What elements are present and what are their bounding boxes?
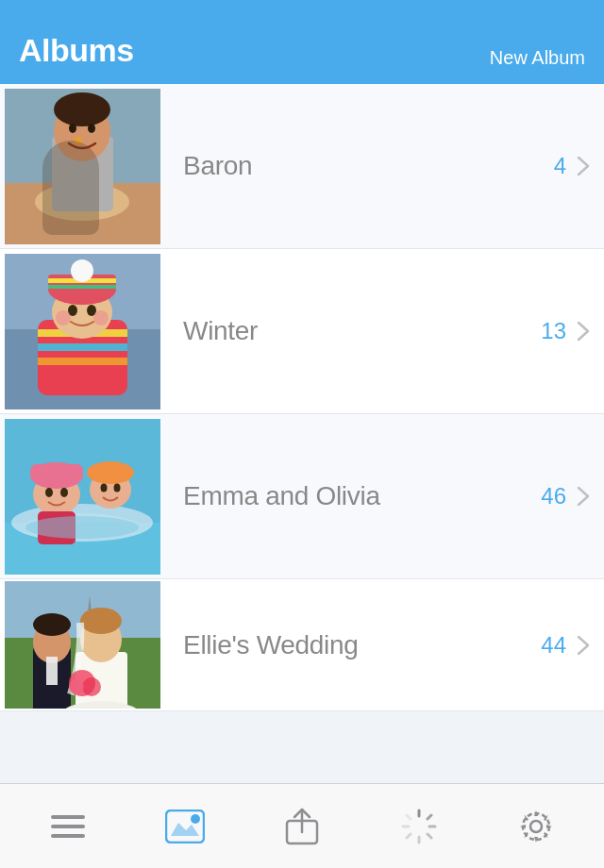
album-count-baron: 4	[554, 153, 566, 179]
album-item-wedding[interactable]: Ellie's Wedding 44	[0, 579, 604, 711]
tab-photos[interactable]	[138, 793, 232, 860]
chevron-icon-baron	[574, 157, 593, 175]
svg-line-69	[407, 834, 411, 838]
chevron-icon-wedding	[574, 636, 593, 655]
album-item-emma-olivia[interactable]: Emma and Olivia 46	[0, 414, 604, 579]
svg-rect-19	[48, 285, 116, 289]
svg-point-32	[45, 488, 53, 497]
album-list: Baron 4	[0, 84, 604, 711]
share-icon	[281, 806, 323, 847]
svg-rect-57	[51, 815, 85, 819]
album-count-winter: 13	[541, 318, 566, 344]
svg-point-39	[25, 516, 139, 539]
photos-icon	[164, 806, 206, 847]
album-right-emma: 46	[541, 483, 593, 509]
album-info-baron: Baron 4	[160, 151, 604, 181]
loading-icon	[398, 806, 440, 847]
header: Albums New Album	[0, 0, 604, 84]
album-right-baron: 4	[554, 153, 593, 179]
album-right-winter: 13	[541, 318, 593, 344]
album-count-wedding: 44	[541, 632, 566, 659]
svg-point-23	[56, 310, 71, 326]
album-item-winter[interactable]: Winter 13	[0, 249, 604, 414]
chevron-icon-winter	[574, 322, 593, 341]
svg-point-56	[69, 679, 84, 694]
svg-point-20	[71, 259, 93, 282]
svg-line-67	[428, 834, 431, 838]
album-name-baron: Baron	[183, 151, 252, 181]
svg-rect-58	[51, 825, 85, 828]
svg-point-72	[530, 821, 542, 832]
album-item-baron[interactable]: Baron 4	[0, 84, 604, 249]
svg-rect-49	[46, 657, 58, 685]
album-name-emma: Emma and Olivia	[183, 481, 380, 511]
album-thumbnail-baron	[5, 89, 160, 244]
svg-point-5	[54, 92, 110, 126]
header-title: Albums	[19, 32, 134, 69]
svg-point-55	[82, 677, 101, 696]
svg-rect-1	[5, 183, 160, 244]
tab-share[interactable]	[255, 793, 349, 860]
svg-point-8	[75, 137, 82, 144]
album-info-emma: Emma and Olivia 46	[160, 481, 604, 511]
settings-icon	[515, 806, 557, 847]
tab-menu[interactable]	[21, 793, 115, 860]
svg-point-48	[33, 613, 71, 636]
svg-rect-31	[30, 464, 83, 477]
album-count-emma: 46	[541, 483, 566, 509]
tab-settings[interactable]	[489, 793, 583, 860]
svg-point-37	[101, 483, 108, 492]
svg-point-24	[93, 310, 109, 326]
svg-point-33	[60, 488, 68, 497]
svg-point-2	[35, 183, 129, 221]
svg-point-73	[523, 813, 549, 840]
album-info-winter: Winter 13	[160, 316, 604, 346]
svg-point-7	[88, 124, 95, 133]
album-name-winter: Winter	[183, 316, 258, 346]
svg-rect-14	[38, 358, 127, 365]
svg-point-53	[80, 608, 122, 634]
new-album-button[interactable]: New Album	[490, 47, 585, 69]
album-info-wedding: Ellie's Wedding 44	[160, 630, 604, 660]
album-thumbnail-wedding	[5, 581, 160, 709]
svg-line-65	[428, 815, 431, 819]
svg-point-6	[69, 124, 76, 133]
album-thumbnail-emma	[5, 419, 160, 575]
svg-point-36	[87, 461, 134, 484]
tab-bar	[0, 783, 604, 868]
svg-line-71	[407, 815, 411, 819]
menu-icon	[47, 806, 89, 847]
svg-point-38	[114, 483, 121, 492]
album-thumbnail-winter	[5, 254, 160, 409]
album-right-wedding: 44	[541, 632, 593, 659]
album-name-wedding: Ellie's Wedding	[183, 630, 359, 660]
svg-rect-13	[38, 343, 127, 351]
svg-rect-59	[51, 834, 85, 838]
svg-point-61	[191, 814, 200, 824]
chevron-icon-emma	[574, 487, 593, 506]
tab-loading[interactable]	[372, 793, 466, 860]
